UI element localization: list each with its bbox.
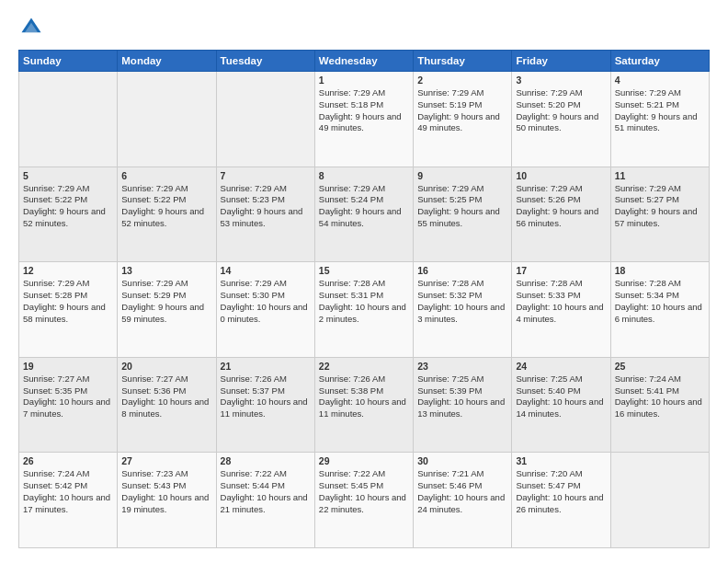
day-info: Sunrise: 7:29 AM Sunset: 5:26 PM Dayligh… xyxy=(516,183,606,230)
day-info: Sunrise: 7:21 AM Sunset: 5:46 PM Dayligh… xyxy=(417,468,507,515)
calendar-cell: 21Sunrise: 7:26 AM Sunset: 5:37 PM Dayli… xyxy=(216,357,314,453)
day-info: Sunrise: 7:28 AM Sunset: 5:32 PM Dayligh… xyxy=(417,278,507,325)
calendar-cell: 6Sunrise: 7:29 AM Sunset: 5:22 PM Daylig… xyxy=(118,167,216,262)
day-number: 28 xyxy=(221,455,311,466)
calendar-cell: 19Sunrise: 7:27 AM Sunset: 5:35 PM Dayli… xyxy=(19,357,118,453)
calendar-cell: 25Sunrise: 7:24 AM Sunset: 5:41 PM Dayli… xyxy=(610,357,709,453)
calendar-cell: 7Sunrise: 7:29 AM Sunset: 5:23 PM Daylig… xyxy=(216,167,314,262)
day-number: 24 xyxy=(516,361,606,372)
day-number: 9 xyxy=(417,170,507,181)
day-info: Sunrise: 7:29 AM Sunset: 5:23 PM Dayligh… xyxy=(221,183,311,230)
calendar-page: SundayMondayTuesdayWednesdayThursdayFrid… xyxy=(0,0,728,563)
day-info: Sunrise: 7:29 AM Sunset: 5:18 PM Dayligh… xyxy=(319,87,409,134)
calendar-cell: 3Sunrise: 7:29 AM Sunset: 5:20 PM Daylig… xyxy=(512,72,610,167)
day-info: Sunrise: 7:22 AM Sunset: 5:44 PM Dayligh… xyxy=(221,468,311,515)
day-info: Sunrise: 7:22 AM Sunset: 5:45 PM Dayligh… xyxy=(319,468,409,515)
day-number: 5 xyxy=(23,170,113,181)
calendar-cell: 23Sunrise: 7:25 AM Sunset: 5:39 PM Dayli… xyxy=(414,357,512,453)
day-number: 27 xyxy=(121,455,211,466)
day-info: Sunrise: 7:27 AM Sunset: 5:35 PM Dayligh… xyxy=(23,373,113,420)
calendar-week-row: 19Sunrise: 7:27 AM Sunset: 5:35 PM Dayli… xyxy=(19,357,710,453)
calendar-week-row: 5Sunrise: 7:29 AM Sunset: 5:22 PM Daylig… xyxy=(19,167,710,262)
calendar-week-row: 12Sunrise: 7:29 AM Sunset: 5:28 PM Dayli… xyxy=(19,262,710,358)
day-number: 14 xyxy=(221,265,311,276)
day-info: Sunrise: 7:29 AM Sunset: 5:22 PM Dayligh… xyxy=(23,183,113,230)
weekday-header: Tuesday xyxy=(216,51,314,72)
day-info: Sunrise: 7:28 AM Sunset: 5:33 PM Dayligh… xyxy=(516,278,606,325)
day-info: Sunrise: 7:24 AM Sunset: 5:41 PM Dayligh… xyxy=(615,373,705,420)
calendar-cell: 20Sunrise: 7:27 AM Sunset: 5:36 PM Dayli… xyxy=(118,357,216,453)
day-number: 3 xyxy=(516,75,606,86)
day-info: Sunrise: 7:23 AM Sunset: 5:43 PM Dayligh… xyxy=(121,468,211,515)
day-number: 18 xyxy=(615,265,705,276)
day-info: Sunrise: 7:28 AM Sunset: 5:31 PM Dayligh… xyxy=(319,278,409,325)
day-number: 31 xyxy=(516,455,606,466)
day-number: 21 xyxy=(221,361,311,372)
weekday-header: Friday xyxy=(512,51,610,72)
weekday-header: Thursday xyxy=(414,51,512,72)
day-info: Sunrise: 7:29 AM Sunset: 5:19 PM Dayligh… xyxy=(417,87,507,134)
calendar-table: SundayMondayTuesdayWednesdayThursdayFrid… xyxy=(18,50,710,548)
day-number: 12 xyxy=(23,265,113,276)
day-number: 20 xyxy=(121,361,211,372)
calendar-cell: 5Sunrise: 7:29 AM Sunset: 5:22 PM Daylig… xyxy=(19,167,118,262)
day-info: Sunrise: 7:25 AM Sunset: 5:40 PM Dayligh… xyxy=(516,373,606,420)
calendar-week-row: 26Sunrise: 7:24 AM Sunset: 5:42 PM Dayli… xyxy=(19,453,710,548)
calendar-cell: 18Sunrise: 7:28 AM Sunset: 5:34 PM Dayli… xyxy=(610,262,709,358)
weekday-header: Sunday xyxy=(19,51,118,72)
day-number: 19 xyxy=(23,361,113,372)
day-number: 22 xyxy=(319,361,409,372)
day-number: 7 xyxy=(221,170,311,181)
day-number: 13 xyxy=(121,265,211,276)
day-number: 23 xyxy=(417,361,507,372)
day-number: 2 xyxy=(417,75,507,86)
calendar-cell: 17Sunrise: 7:28 AM Sunset: 5:33 PM Dayli… xyxy=(512,262,610,358)
day-info: Sunrise: 7:27 AM Sunset: 5:36 PM Dayligh… xyxy=(121,373,211,420)
calendar-cell: 11Sunrise: 7:29 AM Sunset: 5:27 PM Dayli… xyxy=(610,167,709,262)
calendar-cell: 13Sunrise: 7:29 AM Sunset: 5:29 PM Dayli… xyxy=(118,262,216,358)
header xyxy=(18,15,710,40)
calendar-cell: 27Sunrise: 7:23 AM Sunset: 5:43 PM Dayli… xyxy=(118,453,216,548)
day-info: Sunrise: 7:29 AM Sunset: 5:20 PM Dayligh… xyxy=(516,87,606,134)
day-number: 25 xyxy=(615,361,705,372)
day-number: 15 xyxy=(319,265,409,276)
calendar-cell: 24Sunrise: 7:25 AM Sunset: 5:40 PM Dayli… xyxy=(512,357,610,453)
calendar-cell: 14Sunrise: 7:29 AM Sunset: 5:30 PM Dayli… xyxy=(216,262,314,358)
calendar-cell xyxy=(216,72,314,167)
calendar-cell: 22Sunrise: 7:26 AM Sunset: 5:38 PM Dayli… xyxy=(314,357,413,453)
day-number: 4 xyxy=(615,75,705,86)
calendar-cell xyxy=(610,453,709,548)
calendar-cell xyxy=(19,72,118,167)
day-number: 30 xyxy=(417,455,507,466)
weekday-header-row: SundayMondayTuesdayWednesdayThursdayFrid… xyxy=(19,51,710,72)
day-number: 29 xyxy=(319,455,409,466)
day-number: 8 xyxy=(319,170,409,181)
day-info: Sunrise: 7:29 AM Sunset: 5:24 PM Dayligh… xyxy=(319,183,409,230)
calendar-cell: 9Sunrise: 7:29 AM Sunset: 5:25 PM Daylig… xyxy=(414,167,512,262)
calendar-cell: 12Sunrise: 7:29 AM Sunset: 5:28 PM Dayli… xyxy=(19,262,118,358)
calendar-cell: 26Sunrise: 7:24 AM Sunset: 5:42 PM Dayli… xyxy=(19,453,118,548)
day-info: Sunrise: 7:29 AM Sunset: 5:28 PM Dayligh… xyxy=(23,278,113,325)
calendar-week-row: 1Sunrise: 7:29 AM Sunset: 5:18 PM Daylig… xyxy=(19,72,710,167)
logo-icon xyxy=(18,15,44,40)
day-info: Sunrise: 7:29 AM Sunset: 5:25 PM Dayligh… xyxy=(417,183,507,230)
day-number: 1 xyxy=(319,75,409,86)
calendar-cell: 28Sunrise: 7:22 AM Sunset: 5:44 PM Dayli… xyxy=(216,453,314,548)
day-number: 6 xyxy=(121,170,211,181)
calendar-cell: 16Sunrise: 7:28 AM Sunset: 5:32 PM Dayli… xyxy=(414,262,512,358)
calendar-cell: 30Sunrise: 7:21 AM Sunset: 5:46 PM Dayli… xyxy=(414,453,512,548)
day-info: Sunrise: 7:29 AM Sunset: 5:29 PM Dayligh… xyxy=(121,278,211,325)
day-info: Sunrise: 7:20 AM Sunset: 5:47 PM Dayligh… xyxy=(516,468,606,515)
day-info: Sunrise: 7:25 AM Sunset: 5:39 PM Dayligh… xyxy=(417,373,507,420)
calendar-cell: 4Sunrise: 7:29 AM Sunset: 5:21 PM Daylig… xyxy=(610,72,709,167)
calendar-cell: 29Sunrise: 7:22 AM Sunset: 5:45 PM Dayli… xyxy=(314,453,413,548)
calendar-cell: 10Sunrise: 7:29 AM Sunset: 5:26 PM Dayli… xyxy=(512,167,610,262)
calendar-cell: 1Sunrise: 7:29 AM Sunset: 5:18 PM Daylig… xyxy=(314,72,413,167)
day-info: Sunrise: 7:29 AM Sunset: 5:22 PM Dayligh… xyxy=(121,183,211,230)
day-info: Sunrise: 7:29 AM Sunset: 5:21 PM Dayligh… xyxy=(615,87,705,134)
logo xyxy=(18,15,50,40)
calendar-cell: 15Sunrise: 7:28 AM Sunset: 5:31 PM Dayli… xyxy=(314,262,413,358)
day-info: Sunrise: 7:28 AM Sunset: 5:34 PM Dayligh… xyxy=(615,278,705,325)
day-number: 16 xyxy=(417,265,507,276)
day-info: Sunrise: 7:26 AM Sunset: 5:37 PM Dayligh… xyxy=(221,373,311,420)
